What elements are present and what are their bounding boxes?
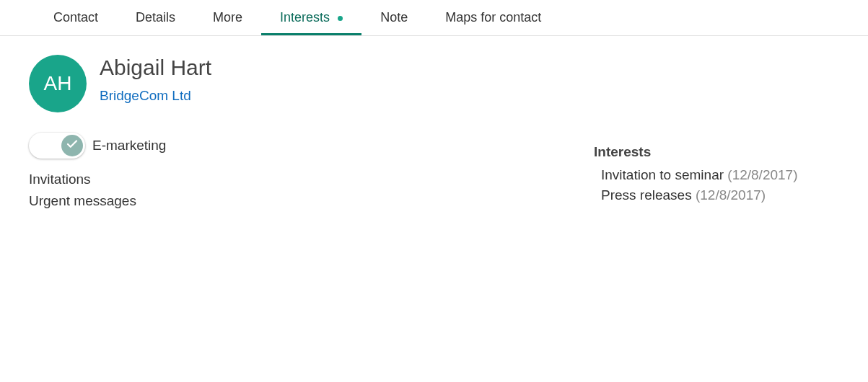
tab-bar: Contact Details More Interests Note Maps…	[0, 0, 868, 36]
tab-contact[interactable]: Contact	[35, 0, 117, 35]
tab-more[interactable]: More	[194, 0, 261, 35]
indicator-dot-icon	[338, 16, 343, 21]
subscription-invitations[interactable]: Invitations	[29, 172, 433, 187]
interest-item[interactable]: Press releases (12/8/2017)	[594, 187, 839, 203]
tab-note[interactable]: Note	[361, 0, 426, 35]
company-link[interactable]: BridgeCom Ltd	[100, 88, 191, 104]
contact-name: Abigail Hart	[100, 55, 211, 81]
check-icon	[66, 138, 79, 154]
interest-item[interactable]: Invitation to seminar (12/8/2017)	[594, 167, 839, 183]
subscription-emarketing-row: E-marketing	[29, 133, 433, 159]
name-block: Abigail Hart BridgeCom Ltd	[100, 53, 211, 104]
right-column: Interests Invitation to seminar (12/8/20…	[594, 53, 839, 208]
emarketing-toggle[interactable]	[29, 133, 85, 159]
emarketing-label: E-marketing	[92, 138, 166, 154]
subscription-list: E-marketing Invitations Urgent messages	[29, 133, 433, 209]
interest-date: (12/8/2017)	[727, 167, 797, 182]
avatar: AH	[29, 55, 87, 112]
tab-interests-label: Interests	[280, 10, 330, 25]
interest-label: Press releases	[601, 187, 692, 203]
contact-header: AH Abigail Hart BridgeCom Ltd	[29, 53, 433, 112]
left-column: AH Abigail Hart BridgeCom Ltd E-marketin…	[29, 53, 433, 215]
toggle-knob	[61, 135, 83, 156]
interests-title: Interests	[594, 144, 839, 160]
interest-label: Invitation to seminar	[601, 167, 724, 182]
tab-maps[interactable]: Maps for contact	[426, 0, 560, 35]
interest-date: (12/8/2017)	[696, 187, 766, 203]
content-area: AH Abigail Hart BridgeCom Ltd E-marketin…	[0, 36, 868, 232]
tab-details[interactable]: Details	[117, 0, 194, 35]
subscription-urgent[interactable]: Urgent messages	[29, 193, 433, 209]
tab-interests[interactable]: Interests	[261, 0, 361, 35]
